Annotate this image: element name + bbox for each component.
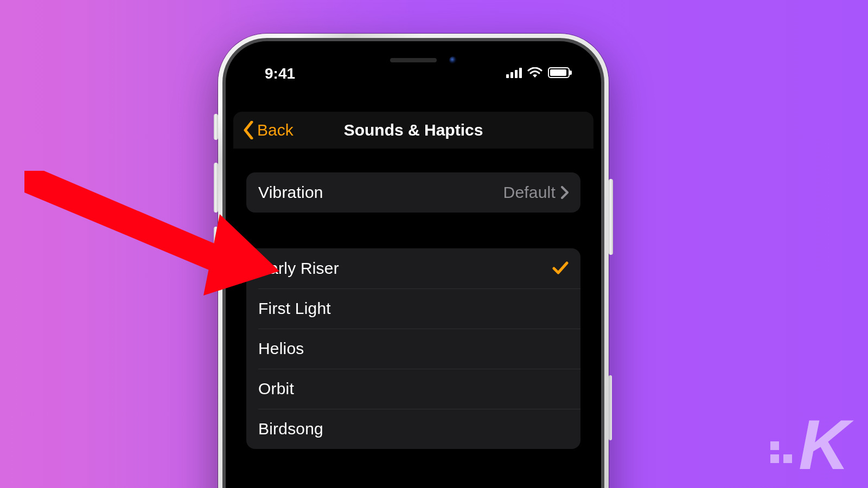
- sound-row-first-light[interactable]: First Light: [246, 288, 580, 329]
- vibration-row[interactable]: Vibration Default: [246, 172, 580, 213]
- sound-label: Early Riser: [258, 259, 339, 278]
- chevron-right-icon: [561, 186, 569, 199]
- sound-label: First Light: [258, 299, 331, 318]
- phone-frame: 9:41 Back: [218, 34, 609, 488]
- sound-label: Orbit: [258, 380, 294, 398]
- vibration-group: Vibration Default: [246, 172, 580, 213]
- sound-row-birdsong[interactable]: Birdsong: [246, 409, 580, 449]
- wifi-icon: [527, 67, 542, 78]
- sound-label: Helios: [258, 339, 304, 358]
- sim-tray: [609, 375, 612, 440]
- cellular-icon: [506, 67, 522, 78]
- speaker-grill: [390, 58, 437, 62]
- screen: 9:41 Back: [233, 49, 593, 488]
- sounds-group: Early Riser First Light Helios Orbit: [246, 248, 580, 449]
- sound-row-helios[interactable]: Helios: [246, 329, 580, 369]
- vibration-value: Default: [503, 183, 556, 202]
- battery-icon: [548, 67, 570, 78]
- watermark-dots-icon: [770, 441, 792, 463]
- checkmark-icon: [552, 258, 569, 279]
- notch: [327, 49, 500, 72]
- status-time: 9:41: [265, 65, 295, 82]
- nav-bar: Back Sounds & Haptics: [233, 112, 593, 149]
- settings-content[interactable]: Vibration Default Early Riser: [233, 149, 593, 488]
- watermark-letter: K: [799, 416, 846, 473]
- watermark: K: [770, 416, 846, 473]
- silence-switch: [214, 114, 218, 140]
- front-camera: [449, 56, 457, 64]
- sound-label: Birdsong: [258, 420, 323, 438]
- volume-down-button: [214, 227, 218, 277]
- vibration-label: Vibration: [258, 183, 323, 202]
- sound-row-early-riser[interactable]: Early Riser: [246, 248, 580, 288]
- page-title: Sounds & Haptics: [233, 112, 593, 149]
- power-button: [609, 179, 613, 255]
- sound-row-orbit[interactable]: Orbit: [246, 369, 580, 409]
- volume-up-button: [214, 163, 218, 213]
